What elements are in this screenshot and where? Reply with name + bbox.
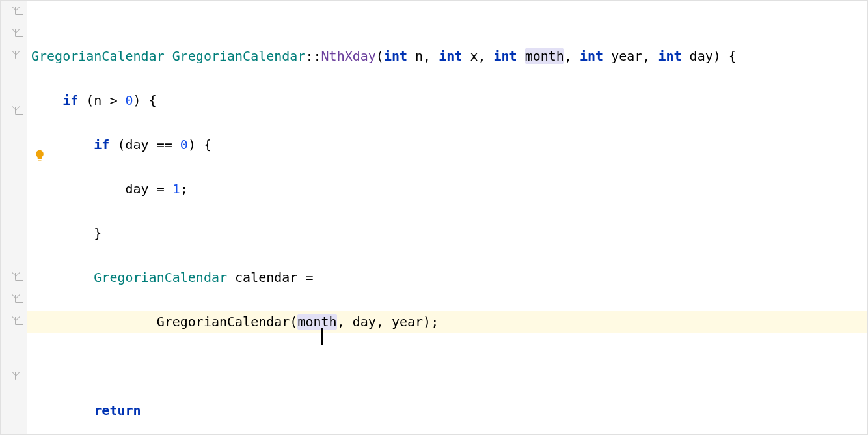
code-line[interactable]: day = 1;	[27, 178, 867, 200]
function-name: NthXday	[321, 48, 376, 64]
code-editor[interactable]: GregorianCalendar GregorianCalendar::Nth…	[0, 0, 868, 435]
fold-marker[interactable]	[15, 29, 23, 37]
fold-marker[interactable]	[15, 273, 23, 281]
fold-marker[interactable]	[15, 7, 23, 15]
code-line[interactable]: if (day == 0) {	[27, 133, 867, 156]
fold-marker[interactable]	[15, 295, 23, 303]
fold-marker[interactable]	[15, 51, 23, 59]
highlighted-identifier: month	[525, 48, 564, 64]
code-line[interactable]: GregorianCalendar GregorianCalendar::Nth…	[27, 45, 867, 67]
code-line[interactable]: }	[27, 222, 867, 244]
fold-marker[interactable]	[15, 107, 23, 115]
type-name: GregorianCalendar	[31, 48, 165, 64]
code-line[interactable]: return	[27, 399, 867, 421]
code-line[interactable]: if (n > 0) {	[27, 89, 867, 111]
current-line[interactable]: GregorianCalendar(month, day, year);	[27, 311, 867, 333]
fold-marker[interactable]	[15, 317, 23, 325]
code-area[interactable]: GregorianCalendar GregorianCalendar::Nth…	[27, 1, 867, 434]
gutter	[1, 1, 27, 434]
code-line[interactable]	[27, 355, 867, 377]
scope-name: GregorianCalendar	[172, 48, 306, 64]
code-line[interactable]: GregorianCalendar calendar =	[27, 266, 867, 288]
highlighted-identifier: month	[297, 314, 336, 330]
fold-marker[interactable]	[15, 372, 23, 380]
